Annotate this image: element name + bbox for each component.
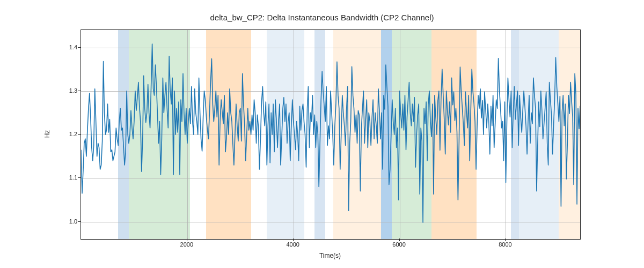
x-tick-label: 2000 bbox=[180, 241, 193, 248]
x-axis-label: Time(s) bbox=[319, 252, 341, 259]
y-tick-mark bbox=[78, 221, 80, 222]
y-tick-mark bbox=[78, 134, 80, 135]
y-tick-mark bbox=[78, 47, 80, 48]
y-tick-mark bbox=[78, 91, 80, 91]
x-tick-label: 8000 bbox=[499, 241, 511, 248]
series-path bbox=[81, 44, 580, 230]
plot-area bbox=[80, 29, 581, 240]
x-tick-label: 6000 bbox=[392, 241, 405, 248]
x-tick-label: 4000 bbox=[286, 241, 299, 248]
y-tick-label: 1.0 bbox=[56, 218, 77, 225]
y-tick-label: 1.3 bbox=[56, 87, 77, 94]
series-line bbox=[81, 30, 580, 239]
y-tick-label: 1.2 bbox=[56, 131, 77, 137]
chart-title: delta_bw_CP2: Delta Instantaneous Bandwi… bbox=[0, 13, 644, 22]
y-tick-mark bbox=[78, 177, 80, 178]
y-axis-label: Hz bbox=[43, 130, 51, 138]
figure: delta_bw_CP2: Delta Instantaneous Bandwi… bbox=[0, 0, 644, 268]
y-tick-label: 1.1 bbox=[56, 174, 77, 181]
y-tick-label: 1.4 bbox=[56, 44, 77, 50]
